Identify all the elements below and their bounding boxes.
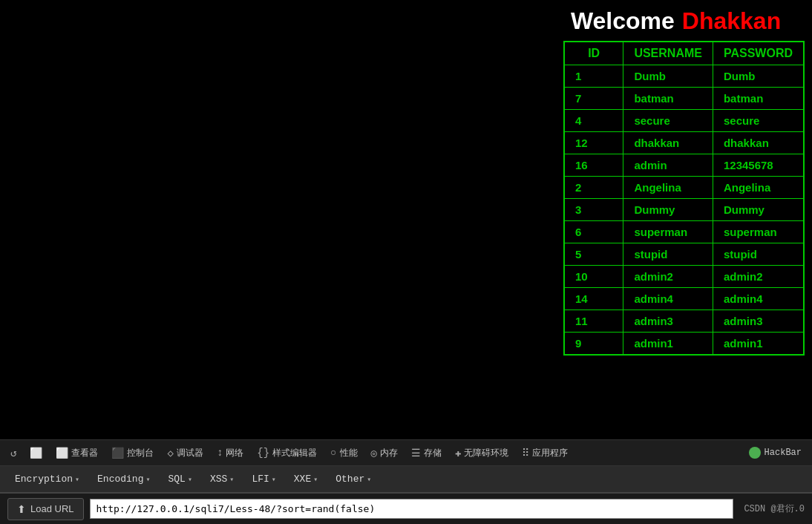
cell-password: stupid <box>713 243 804 266</box>
menu-other[interactable]: Other ▾ <box>328 471 379 488</box>
cell-password: admin2 <box>713 266 804 288</box>
menu-encryption[interactable]: Encryption ▾ <box>7 471 87 488</box>
table-row: 2AngelinaAngelina <box>564 177 804 199</box>
other-arrow-icon: ▾ <box>367 475 371 484</box>
table-row: 16admin12345678 <box>564 154 804 177</box>
cell-id: 14 <box>564 288 623 310</box>
menu-sql[interactable]: SQL ▾ <box>161 471 200 488</box>
cell-id: 9 <box>564 333 623 356</box>
devtools-hackbar-label: HackBar <box>764 448 802 458</box>
cell-id: 10 <box>564 266 623 288</box>
lfi-arrow-icon: ▾ <box>272 475 276 484</box>
menu-other-label: Other <box>335 474 364 485</box>
menu-encryption-label: Encryption <box>15 474 73 485</box>
memory-icon: ◎ <box>371 447 377 459</box>
cell-id: 4 <box>564 110 623 132</box>
table-row: 7batmanbatman <box>564 88 804 110</box>
console-icon: ⬛ <box>111 447 124 459</box>
cell-id: 3 <box>564 199 623 221</box>
encryption-arrow-icon: ▾ <box>75 475 79 484</box>
accessibility-icon: ✚ <box>455 447 461 459</box>
table-row: 10admin2admin2 <box>564 266 804 288</box>
devtools-performance[interactable]: ○ 性能 <box>324 444 363 462</box>
cell-id: 6 <box>564 221 623 243</box>
cell-id: 5 <box>564 243 623 266</box>
data-table: ID USERNAME PASSWORD 1DumbDumb7batmanbat… <box>563 41 805 356</box>
devtools-performance-label: 性能 <box>340 447 358 459</box>
devtools-debugger-label: 调试器 <box>177 447 203 459</box>
devtools-inspector[interactable]: ⬜ 查看器 <box>50 444 104 462</box>
devtools-debugger[interactable]: ◇ 调试器 <box>161 444 209 462</box>
cell-password: Dummy <box>713 199 804 221</box>
cell-password: superman <box>713 221 804 243</box>
cell-id: 7 <box>564 88 623 110</box>
cell-username: secure <box>623 110 713 132</box>
table-row: 5stupidstupid <box>564 243 804 266</box>
cell-password: dhakkan <box>713 132 804 154</box>
col-header-id: ID <box>564 42 623 65</box>
devtools-responsive[interactable]: ⬜ <box>24 444 48 462</box>
cell-password: secure <box>713 110 804 132</box>
encoding-arrow-icon: ▾ <box>145 475 150 484</box>
debugger-icon: ◇ <box>167 447 173 459</box>
table-row: 1DumbDumb <box>564 65 804 88</box>
cell-username: Dummy <box>623 199 713 221</box>
inspector-icon: ⬜ <box>56 447 68 459</box>
table-row: 11admin3admin3 <box>564 310 804 333</box>
devtools-hackbar[interactable]: HackBar <box>743 444 808 462</box>
cell-id: 16 <box>564 154 623 177</box>
menu-lfi[interactable]: LFI ▾ <box>244 471 283 488</box>
sql-arrow-icon: ▾ <box>188 475 192 484</box>
performance-icon: ○ <box>330 447 336 459</box>
devtools-storage-label: 存储 <box>424 447 442 459</box>
menu-encoding[interactable]: Encoding ▾ <box>90 471 157 488</box>
menu-xss[interactable]: XSS ▾ <box>203 471 241 488</box>
devtools-accessibility[interactable]: ✚ 无障碍环境 <box>449 444 514 462</box>
storage-icon: ☰ <box>411 447 421 459</box>
url-input[interactable] <box>90 499 734 519</box>
devtools-accessibility-label: 无障碍环境 <box>464 447 508 459</box>
menu-encoding-label: Encoding <box>97 474 143 485</box>
hackbar-menu: Encryption ▾ Encoding ▾ SQL ▾ XSS ▾ LFI … <box>0 466 812 493</box>
hackbar-dot-icon <box>749 447 761 459</box>
cell-id: 2 <box>564 177 623 199</box>
devtools-refresh[interactable]: ↺ <box>4 444 22 462</box>
responsive-icon: ⬜ <box>30 447 42 459</box>
table-row: 14admin4admin4 <box>564 288 804 310</box>
load-url-label: Load URL <box>30 503 74 514</box>
cell-password: admin3 <box>713 310 804 333</box>
devtools-console[interactable]: ⬛ 控制台 <box>105 444 160 462</box>
devtools-memory[interactable]: ◎ 内存 <box>365 444 404 462</box>
devtools-style-editor[interactable]: {} 样式编辑器 <box>251 444 323 462</box>
devtools-memory-label: 内存 <box>380 447 398 459</box>
table-row: 9admin1admin1 <box>564 333 804 356</box>
cell-username: admin3 <box>623 310 713 333</box>
xxe-arrow-icon: ▾ <box>313 475 318 484</box>
network-icon: ↕ <box>217 447 223 459</box>
cell-username: superman <box>623 221 713 243</box>
menu-xss-label: XSS <box>210 474 227 485</box>
main-content: Welcome Dhakkan ID USERNAME PASSWORD 1Du… <box>0 0 812 439</box>
devtools-network[interactable]: ↕ 网络 <box>211 444 249 462</box>
devtools-application-label: 应用程序 <box>532 447 568 459</box>
devtools-application[interactable]: ⠿ 应用程序 <box>516 444 574 462</box>
welcome-white-text: Welcome <box>571 7 675 35</box>
cell-username: batman <box>623 88 713 110</box>
load-url-button[interactable]: ⬆ Load URL <box>7 498 84 520</box>
style-editor-icon: {} <box>257 447 269 459</box>
cell-password: Angelina <box>713 177 804 199</box>
dev-toolbar: ↺ ⬜ ⬜ 查看器 ⬛ 控制台 ◇ 调试器 ↕ 网络 {} 样式编辑器 ○ 性能… <box>0 439 812 466</box>
cell-id: 1 <box>564 65 623 88</box>
cell-password: Dumb <box>713 65 804 88</box>
menu-lfi-label: LFI <box>252 474 269 485</box>
table-row: 3DummyDummy <box>564 199 804 221</box>
devtools-storage[interactable]: ☰ 存储 <box>405 444 448 462</box>
xss-arrow-icon: ▾ <box>229 475 234 484</box>
menu-xxe[interactable]: XXE ▾ <box>287 471 325 488</box>
cell-username: stupid <box>623 243 713 266</box>
devtools-inspector-label: 查看器 <box>71 447 98 459</box>
cell-username: admin <box>623 154 713 177</box>
csdn-label: CSDN @君衍.0 <box>744 502 805 515</box>
cell-username: admin2 <box>623 266 713 288</box>
devtools-console-label: 控制台 <box>127 447 154 459</box>
